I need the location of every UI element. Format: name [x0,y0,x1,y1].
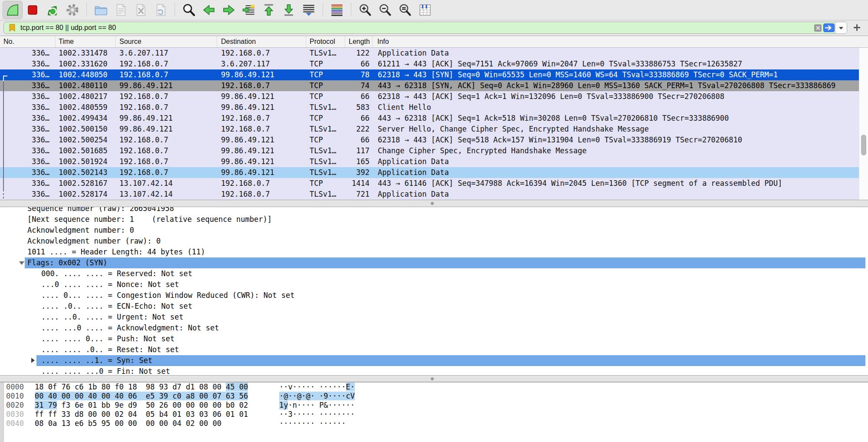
detail-line-syn-selected[interactable]: .... .... ..1. = Syn: Set [0,355,868,366]
colorize-packets-button[interactable] [327,1,347,19]
hex-row[interactable]: 0010 00 40 00 00 40 00 40 06 e5 39 c0 a8… [0,392,868,401]
packet-row[interactable]: 336… 1002.528174 13.107.42.14 192.168.0.… [0,189,868,200]
zoom-original-button[interactable] [395,1,415,19]
detail-line[interactable]: .... .... 0... = Push: Not set [0,333,868,344]
zoom-out-magnifier-icon [378,3,393,17]
packet-row[interactable]: 336… 1002.502143 192.168.0.7 99.86.49.12… [0,167,868,178]
go-to-packet-button[interactable] [239,1,259,19]
go-to-last-packet-button[interactable] [279,1,299,19]
ascii-bytes[interactable]: 1y·n···· P&······ [279,401,355,410]
hex-bytes[interactable]: 08 0a 13 e6 b5 95 00 00 00 00 04 02 00 0… [35,419,221,428]
packet-row[interactable]: 336… 1002.480559 192.168.0.7 99.86.49.12… [0,102,868,113]
detail-line[interactable]: Sequence number (raw): 2665041958 [0,207,868,214]
packet-destination: 99.86.49.121 [217,69,306,80]
packet-info: Application Data [373,48,868,59]
column-header-source[interactable]: Source [116,36,217,47]
detail-line[interactable]: [Next sequence number: 1 (relative seque… [0,214,868,225]
resize-columns-icon [418,3,432,17]
main-toolbar [0,0,868,20]
column-header-protocol[interactable]: Protocol [306,36,345,47]
add-filter-button[interactable] [852,24,862,32]
detail-line[interactable]: 000. .... .... = Reserved: Not set [0,268,868,279]
hex-bytes[interactable]: ff ff 33 d8 00 00 02 04 05 b4 01 03 03 0… [35,410,248,419]
column-header-length[interactable]: Length [345,36,373,47]
stop-capture-button[interactable] [23,1,43,19]
hex-row[interactable]: 0040 08 0a 13 e6 b5 95 00 00 00 00 04 02… [0,419,868,428]
detail-line[interactable]: .... .... ...0 = Fin: Not set [0,366,868,375]
save-file-button[interactable] [111,1,131,19]
packet-source: 99.86.49.121 [116,80,217,91]
packet-time: 1002.480217 [56,91,116,102]
ascii-bytes[interactable]: ·@··@·@· ·9····cV [279,392,355,401]
packet-row[interactable]: 336… 1002.480217 192.168.0.7 99.86.49.12… [0,91,868,102]
detail-line[interactable]: ...0 .... .... = Nonce: Not set [0,279,868,290]
detail-line[interactable]: .... ...0 .... = Acknowledgment: Not set [0,323,868,333]
clear-filter-button[interactable] [814,24,822,32]
restart-capture-button[interactable] [43,1,63,19]
hex-row[interactable]: 0000 18 0f 76 c6 1b 80 f0 18 98 93 d7 d1… [0,383,868,392]
packet-time: 1002.528174 [56,189,116,200]
packet-row[interactable]: 336… 1002.331620 192.168.0.7 3.6.207.117… [0,59,868,69]
column-header-info[interactable]: Info [373,36,868,47]
detail-line[interactable]: 1011 .... = Header Length: 44 bytes (11) [0,247,868,257]
packet-protocol: TCP [306,91,345,102]
column-header-destination[interactable]: Destination [217,36,306,47]
hex-row[interactable]: 0020 31 79 f3 6e 01 bb 9e d9 50 26 00 00… [0,401,868,410]
hex-bytes[interactable]: 00 40 00 00 40 00 40 06 e5 39 c0 a8 00 0… [35,392,248,401]
start-capture-button[interactable] [3,1,23,19]
ascii-bytes[interactable]: ··3····· ········ [279,410,355,419]
hex-bytes[interactable]: 18 0f 76 c6 1b 80 f0 18 98 93 d7 d1 08 0… [35,383,248,392]
filter-history-dropdown[interactable] [835,22,847,33]
packet-no: 336… [0,135,56,145]
packet-row[interactable]: 336… 1002.480110 99.86.49.121 192.168.0.… [0,80,868,91]
packet-row[interactable]: 336… 1002.501924 192.168.0.7 99.86.49.12… [0,156,868,167]
scrollbar-thumb[interactable] [861,135,866,155]
detail-line[interactable]: .... .0.. .... = ECN-Echo: Not set [0,301,868,312]
expand-triangle-down-icon[interactable] [19,261,24,265]
bookmark-icon[interactable] [8,23,17,32]
packet-length: 1414 [345,178,373,189]
open-file-button[interactable] [91,1,111,19]
column-header-no[interactable]: No. [0,36,56,47]
ascii-bytes[interactable]: ········ ······ [279,419,346,428]
column-header-time[interactable]: Time [56,36,116,47]
conversation-start-bracket [3,76,4,81]
zoom-in-button[interactable] [355,1,375,19]
packet-row[interactable]: 336… 1002.528167 13.107.42.14 192.168.0.… [0,178,868,189]
ascii-bytes[interactable]: ··v····· ······E· [279,383,355,392]
resize-columns-button[interactable] [415,1,435,19]
detail-line[interactable]: .... 0... .... = Congestion Window Reduc… [0,290,868,301]
capture-options-button[interactable] [63,1,83,19]
expand-triangle-right-icon[interactable] [31,358,35,363]
pane-splitter[interactable] [0,200,868,207]
packet-row[interactable]: 336… 1002.500150 99.86.49.121 192.168.0.… [0,124,868,135]
packet-row[interactable]: 336… 1002.501685 192.168.0.7 99.86.49.12… [0,145,868,156]
packet-row[interactable]: 336… 1002.499434 99.86.49.121 192.168.0.… [0,113,868,124]
find-packet-button[interactable] [179,1,199,19]
packet-destination: 192.168.0.7 [217,48,306,59]
packet-info: 62318 → 443 [ACK] Seq=1 Ack=1 Win=132096… [373,91,868,102]
detail-line[interactable]: .... .... .0.. = Reset: Not set [0,344,868,355]
apply-filter-button[interactable] [823,23,835,32]
pane-splitter[interactable] [0,375,868,382]
packet-row[interactable]: 336… 1002.448050 192.168.0.7 99.86.49.12… [0,69,868,80]
packet-list-scrollbar[interactable] [859,48,868,201]
search-magnifier-icon [182,3,196,17]
reload-file-button[interactable] [151,1,171,19]
packet-row[interactable]: 336… 1002.500254 192.168.0.7 99.86.49.12… [0,135,868,145]
hex-bytes[interactable]: 31 79 f3 6e 01 bb 9e d9 50 26 00 00 00 0… [35,401,248,410]
display-filter-input[interactable]: tcp.port == 80 || udp.port == 80 [3,22,847,34]
zoom-out-button[interactable] [375,1,395,19]
close-file-button[interactable] [131,1,151,19]
detail-line[interactable]: .... ..0. .... = Urgent: Not set [0,312,868,323]
hex-offset: 0000 [6,383,24,392]
go-forward-button[interactable] [219,1,239,19]
detail-line-flags-selected[interactable]: Flags: 0x002 (SYN) [0,257,868,268]
detail-line[interactable]: Acknowledgment number (raw): 0 [0,236,868,247]
go-to-first-packet-button[interactable] [259,1,279,19]
auto-scroll-button[interactable] [299,1,319,19]
hex-row[interactable]: 0030 ff ff 33 d8 00 00 02 04 05 b4 01 03… [0,410,868,419]
packet-row[interactable]: 336… 1002.331478 3.6.207.117 192.168.0.7… [0,48,868,59]
go-back-button[interactable] [199,1,219,19]
detail-line[interactable]: Acknowledgment number: 0 [0,225,868,236]
